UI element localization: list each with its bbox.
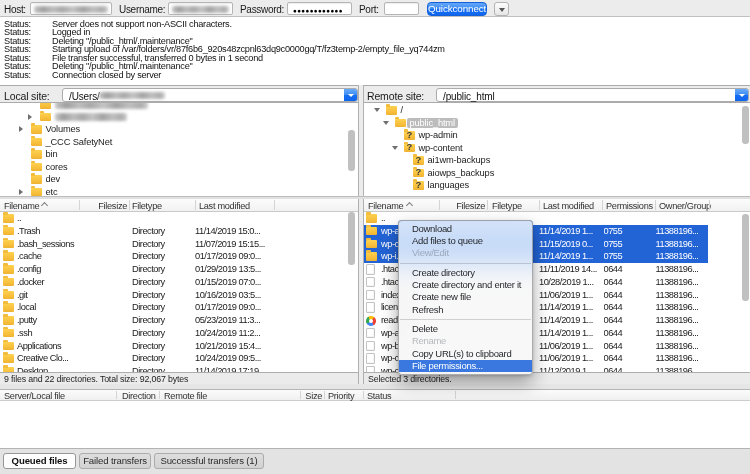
disclosure-down-icon[interactable]	[383, 121, 389, 125]
tab-failed-transfers[interactable]: Failed transfers	[79, 453, 151, 469]
remote-site-dropdown-button[interactable]	[735, 89, 748, 101]
menu-item-delete[interactable]: Delete	[399, 323, 532, 335]
column-separator[interactable]	[79, 200, 80, 210]
column-header-remote-file[interactable]: Remote file	[164, 391, 207, 401]
tree-item-etc[interactable]: etc	[0, 186, 358, 197]
disclosure-right-icon[interactable]	[19, 189, 23, 195]
column-header-last-modified[interactable]: Last modified	[543, 201, 594, 211]
tree-item-cores[interactable]: cores	[0, 161, 358, 174]
menu-item-create-directory[interactable]: Create directory	[399, 267, 532, 279]
scrollbar-thumb[interactable]	[348, 212, 355, 265]
queue-header[interactable]: Server/Local fileDirectionRemote fileSiz…	[0, 389, 750, 401]
column-header-permissions[interactable]: Permissions	[606, 201, 653, 211]
quickconnect-button[interactable]: Quickconnect	[427, 2, 487, 16]
port-input[interactable]	[384, 2, 419, 15]
file-row-Desktop[interactable]: DesktopDirectory11/14/2019 17:19	[0, 365, 358, 372]
username-input[interactable]	[168, 2, 233, 15]
column-separator[interactable]	[455, 391, 456, 399]
file-row-.ssh[interactable]: .sshDirectory10/24/2019 11:2...	[0, 327, 358, 340]
file-row-.cache[interactable]: .cacheDirectory01/17/2019 09:0...	[0, 250, 358, 263]
menu-item-create-new-file[interactable]: Create new file	[399, 291, 532, 303]
password-input[interactable]: ●●●●●●●●●●●●	[287, 2, 352, 15]
tree-item[interactable]	[0, 111, 358, 124]
scrollbar-thumb[interactable]	[348, 130, 355, 171]
disclosure-down-icon[interactable]	[392, 146, 398, 150]
scrollbar-thumb[interactable]	[742, 214, 749, 301]
file-row-.local[interactable]: .localDirectory01/17/2019 09:0...	[0, 301, 358, 314]
file-row-.git[interactable]: .gitDirectory10/16/2019 03:5...	[0, 289, 358, 302]
local-list-header[interactable]: FilenameFilesizeFiletypeLast modified	[0, 199, 358, 212]
column-header-direction[interactable]: Direction	[122, 391, 156, 401]
host-input[interactable]	[30, 2, 112, 15]
column-separator[interactable]	[300, 391, 301, 399]
scrollbar-thumb[interactable]	[742, 106, 749, 144]
column-header-size[interactable]: Size	[305, 391, 322, 401]
column-header-filename[interactable]: Filename	[368, 201, 403, 211]
column-header-status[interactable]: Status	[367, 391, 391, 401]
tree-item[interactable]	[0, 103, 358, 111]
column-separator[interactable]	[116, 391, 117, 399]
column-header-filetype[interactable]: Filetype	[132, 201, 162, 211]
tab-queued-files[interactable]: Queued files	[3, 453, 76, 469]
disclosure-down-icon[interactable]	[374, 108, 380, 112]
column-separator[interactable]	[129, 200, 130, 210]
quickconnect-dropdown-button[interactable]	[494, 2, 509, 16]
local-site-dropdown-button[interactable]	[344, 89, 357, 101]
tree-item-dev[interactable]: dev	[0, 173, 358, 186]
column-separator[interactable]	[363, 391, 364, 399]
remote-list-header[interactable]: FilenameFilesizeFiletypeLast modifiedPer…	[364, 199, 750, 212]
tree-item-wp-content[interactable]: ?wp-content	[364, 142, 750, 155]
menu-item-refresh[interactable]: Refresh	[399, 304, 532, 316]
column-header-filesize[interactable]: Filesize	[456, 201, 485, 211]
menu-item-add-files-to-queue[interactable]: Add files to queue	[399, 235, 532, 247]
menu-item-file-permissions[interactable]: File permissions...	[399, 360, 532, 372]
tree-item-languages[interactable]: ?languages	[364, 179, 750, 192]
remote-site-combo[interactable]: /public_html	[436, 88, 749, 102]
tree-item-aiowps_backups[interactable]: ?aiowps_backups	[364, 167, 750, 180]
column-header-last-modified[interactable]: Last modified	[199, 201, 250, 211]
column-separator[interactable]	[487, 200, 488, 210]
column-header-filename[interactable]: Filename	[4, 201, 39, 211]
local-site-combo[interactable]: /Users/	[62, 88, 358, 102]
queue-body[interactable]	[0, 401, 750, 449]
column-separator[interactable]	[324, 391, 325, 399]
tab-successful-transfers-1[interactable]: Successful transfers (1)	[154, 453, 264, 469]
file-row-.putty[interactable]: .puttyDirectory05/23/2019 11:3...	[0, 314, 358, 327]
remote-directory-tree[interactable]: /public_html?wp-admin?wp-content?ai1wm-b…	[364, 103, 750, 196]
column-header-server-local-file[interactable]: Server/Local file	[4, 391, 65, 401]
file-row-.bash_sessions[interactable]: .bash_sessionsDirectory11/07/2019 15:15.…	[0, 238, 358, 251]
column-separator[interactable]	[274, 200, 275, 210]
tree-item-public_html[interactable]: public_html	[364, 117, 750, 130]
column-header-filetype[interactable]: Filetype	[492, 201, 522, 211]
menu-item-download[interactable]: Download	[399, 223, 532, 235]
column-separator[interactable]	[655, 200, 656, 210]
tree-item-ai1wm-backups[interactable]: ?ai1wm-backups	[364, 154, 750, 167]
file-row-CreativeClo...[interactable]: Creative Clo...Directory10/24/2019 09:5.…	[0, 352, 358, 365]
file-row-Applications[interactable]: ApplicationsDirectory10/21/2019 15:4...	[0, 340, 358, 353]
column-header-filesize[interactable]: Filesize	[98, 201, 127, 211]
tree-item-Volumes[interactable]: Volumes	[0, 123, 358, 136]
column-separator[interactable]	[709, 200, 710, 210]
menu-item-copy-url-s-to-clipboard[interactable]: Copy URL(s) to clipboard	[399, 348, 532, 360]
file-row-..[interactable]: ..	[0, 212, 358, 225]
file-row-.docker[interactable]: .dockerDirectory01/15/2019 07:0...	[0, 276, 358, 289]
column-separator[interactable]	[159, 391, 160, 399]
disclosure-right-icon[interactable]	[28, 114, 32, 120]
status-log[interactable]: Status:Server does not support non-ASCII…	[0, 17, 750, 85]
column-separator[interactable]	[602, 200, 603, 210]
file-row-.Trash[interactable]: .TrashDirectory11/14/2019 15:0...	[0, 225, 358, 238]
file-row-.config[interactable]: .configDirectory01/29/2019 13:5...	[0, 263, 358, 276]
tree-item-[interactable]: /	[364, 104, 750, 117]
disclosure-right-icon[interactable]	[19, 126, 23, 132]
column-header-priority[interactable]: Priority	[328, 391, 354, 401]
tree-item-bin[interactable]: bin	[0, 148, 358, 161]
tree-item-_CCCSafetyNet[interactable]: _CCC SafetyNet	[0, 136, 358, 149]
column-separator[interactable]	[439, 200, 440, 210]
column-separator[interactable]	[539, 200, 540, 210]
column-separator[interactable]	[195, 200, 196, 210]
local-file-list[interactable]: ...TrashDirectory11/14/2019 15:0....bash…	[0, 212, 358, 372]
menu-item-create-directory-and-enter-it[interactable]: Create directory and enter it	[399, 279, 532, 291]
column-header-owner-group[interactable]: Owner/Group	[659, 201, 711, 211]
tree-item-wp-admin[interactable]: ?wp-admin	[364, 129, 750, 142]
local-directory-tree[interactable]: Volumes_CCC SafetyNetbincoresdevetc	[0, 103, 358, 196]
